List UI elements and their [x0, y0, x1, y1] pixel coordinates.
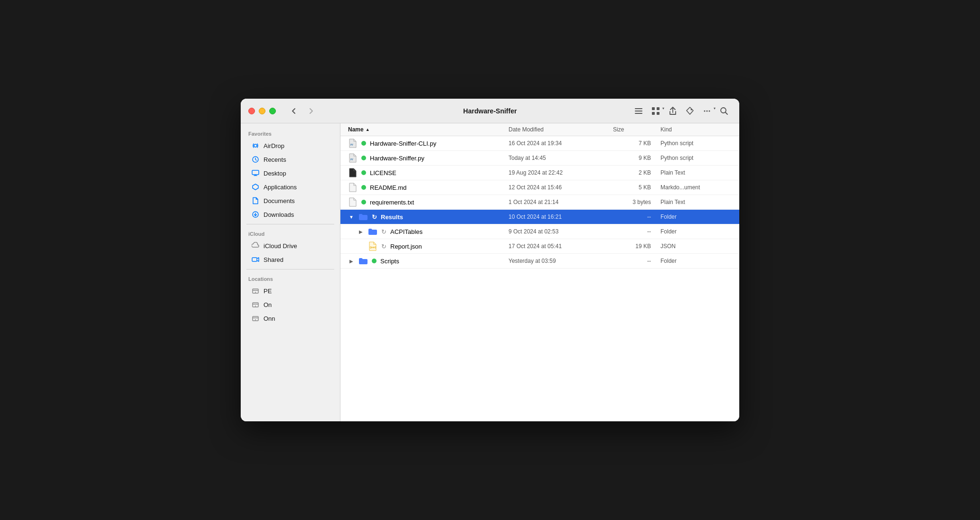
- file-size: 2 KB: [613, 169, 660, 176]
- file-name: py Hardware-Sniffer-CLI.py: [348, 139, 509, 148]
- list-view-button[interactable]: [631, 103, 646, 119]
- search-icon: [719, 106, 729, 116]
- json-file-icon: {json}: [368, 241, 377, 251]
- close-button[interactable]: [248, 108, 255, 114]
- table-row[interactable]: py Hardware-Sniffer.py Today at 14:45 9 …: [340, 151, 739, 166]
- svg-rect-5: [652, 112, 655, 115]
- python-file-icon: py: [348, 153, 358, 163]
- grid-dropdown-arrow: ▾: [662, 106, 664, 111]
- table-row[interactable]: requirements.txt 1 Oct 2024 at 21:14 3 b…: [340, 195, 739, 210]
- file-kind: Folder: [660, 228, 732, 235]
- table-row[interactable]: README.md 12 Oct 2024 at 15:46 5 KB Mark…: [340, 180, 739, 195]
- traffic-lights: [248, 108, 276, 114]
- back-button[interactable]: [287, 104, 301, 118]
- status-synced: [361, 185, 366, 190]
- tag-button[interactable]: [682, 103, 697, 119]
- minimize-button[interactable]: [259, 108, 265, 114]
- svg-point-13: [254, 144, 257, 147]
- file-size: --: [613, 258, 660, 264]
- col-header-date[interactable]: Date Modified: [509, 126, 613, 133]
- file-list-header: Name ▲ Date Modified Size Kind: [340, 123, 739, 136]
- svg-text:py: py: [350, 143, 353, 146]
- file-list: Name ▲ Date Modified Size Kind py: [340, 123, 739, 421]
- sidebar-item-pe[interactable]: PE: [244, 284, 337, 297]
- file-size: --: [613, 228, 660, 235]
- svg-rect-15: [252, 170, 259, 175]
- svg-point-9: [707, 110, 708, 111]
- file-name: ▶ {json} ↻ Report.json: [358, 241, 509, 251]
- forward-button[interactable]: [304, 104, 318, 118]
- sidebar-item-recents[interactable]: Recents: [244, 153, 337, 166]
- col-header-size[interactable]: Size: [613, 126, 660, 133]
- python-file-icon: py: [348, 139, 358, 148]
- file-kind: Markdo...ument: [660, 184, 732, 191]
- status-synced: [361, 141, 366, 146]
- toolbar-actions: ▾: [631, 103, 732, 119]
- sidebar-item-shared[interactable]: Shared: [244, 253, 337, 266]
- svg-rect-2: [635, 113, 642, 114]
- pe-icon: [251, 287, 260, 295]
- file-date: 10 Oct 2024 at 16:21: [509, 214, 613, 220]
- sidebar-item-documents[interactable]: Documents: [244, 194, 337, 207]
- table-row[interactable]: py Hardware-Sniffer-CLI.py 16 Oct 2024 a…: [340, 136, 739, 151]
- col-header-name[interactable]: Name ▲: [348, 126, 509, 133]
- table-row[interactable]: ▶ {json} ↻ Report.json 17 Oct 2024 at 05…: [340, 239, 739, 254]
- col-header-kind[interactable]: Kind: [660, 126, 732, 133]
- search-button[interactable]: [716, 103, 732, 119]
- sidebar-item-applications[interactable]: Applications: [244, 180, 337, 194]
- table-row[interactable]: ▶ ↻ ACPITables 9 Oct 2024 at 02:53 -- Fo…: [340, 224, 739, 239]
- desktop-icon: [251, 169, 260, 177]
- file-name: ▶ ↻ ACPITables: [358, 227, 509, 236]
- file-size: 9 KB: [613, 155, 660, 161]
- sidebar-item-on[interactable]: On: [244, 298, 337, 311]
- applications-label: Applications: [264, 184, 297, 191]
- file-date: Today at 14:45: [509, 155, 613, 161]
- file-kind: Folder: [660, 258, 732, 264]
- list-view-icon: [634, 106, 643, 116]
- forward-icon: [307, 107, 315, 115]
- expand-arrow[interactable]: ▶: [348, 258, 355, 264]
- desktop-label: Desktop: [264, 170, 286, 177]
- expand-arrow[interactable]: ▶: [358, 228, 364, 235]
- file-date: 12 Oct 2024 at 15:46: [509, 184, 613, 191]
- sidebar-item-onn[interactable]: Onn: [244, 312, 337, 325]
- sync-icon: ↻: [381, 243, 386, 250]
- file-kind: Python script: [660, 140, 732, 147]
- icloud-drive-label: iCloud Drive: [264, 242, 297, 250]
- file-size: 19 KB: [613, 243, 660, 250]
- grid-view-button[interactable]: ▾: [648, 103, 663, 119]
- file-kind: Folder: [660, 214, 732, 220]
- sidebar-item-downloads[interactable]: Downloads: [244, 208, 337, 221]
- readme-file-icon: [348, 183, 358, 192]
- table-row[interactable]: ▶ Scripts Yesterday at 03:59 -- Folder: [340, 254, 739, 269]
- expand-arrow[interactable]: ▼: [348, 214, 355, 220]
- sidebar-item-desktop[interactable]: Desktop: [244, 167, 337, 180]
- locations-header: Locations: [241, 272, 340, 284]
- table-row[interactable]: LICENSE 19 Aug 2024 at 22:42 2 KB Plain …: [340, 166, 739, 180]
- shared-icon: [251, 255, 260, 264]
- onn-label: Onn: [264, 315, 275, 322]
- svg-rect-1: [635, 111, 642, 111]
- recents-label: Recents: [264, 156, 286, 163]
- file-size: 3 bytes: [613, 199, 660, 205]
- sync-icon: ↻: [372, 214, 377, 221]
- icloud-drive-icon: [251, 241, 260, 250]
- share-button[interactable]: [665, 103, 680, 119]
- file-date: 9 Oct 2024 at 02:53: [509, 228, 613, 235]
- sidebar-item-airdrop[interactable]: AirDrop: [244, 139, 337, 152]
- svg-text:py: py: [350, 158, 353, 160]
- navigation-buttons: [287, 104, 318, 118]
- txt-file-icon: [348, 197, 358, 207]
- more-button[interactable]: ▾: [699, 103, 715, 119]
- maximize-button[interactable]: [269, 108, 276, 114]
- onn-icon: [251, 314, 260, 323]
- on-label: On: [264, 301, 272, 308]
- sync-icon: ↻: [381, 228, 386, 235]
- sidebar-item-icloud-drive[interactable]: iCloud Drive: [244, 239, 337, 252]
- table-row[interactable]: ▼ ↻ Results 10 Oct 2024 at 16:21 -- Fold…: [340, 210, 739, 224]
- svg-point-8: [704, 110, 706, 111]
- file-name: py Hardware-Sniffer.py: [348, 153, 509, 163]
- file-name: ▼ ↻ Results: [348, 212, 509, 222]
- svg-point-21: [255, 292, 256, 293]
- pe-label: PE: [264, 288, 272, 295]
